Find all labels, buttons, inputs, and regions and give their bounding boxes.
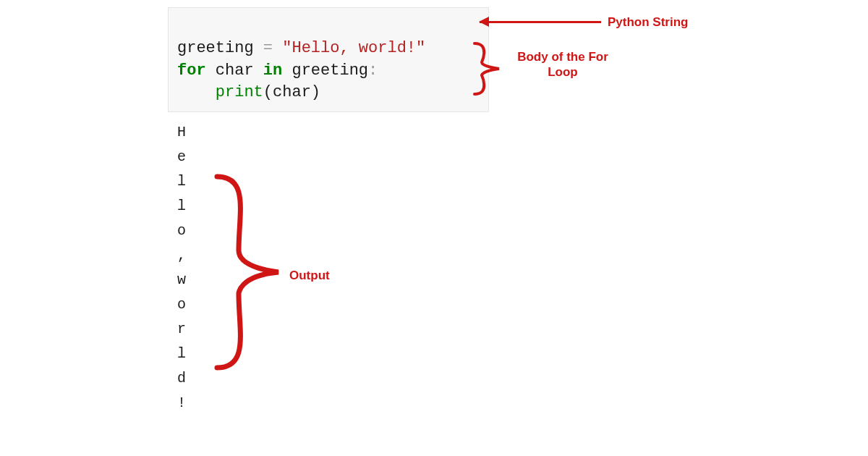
output-char: r — [177, 317, 186, 342]
code-space — [206, 62, 216, 80]
output-char: l — [177, 194, 186, 219]
output-char: e — [177, 145, 186, 169]
code-token-func: print — [216, 83, 263, 101]
code-indent — [177, 83, 216, 101]
code-space — [273, 39, 282, 57]
output-char: l — [177, 169, 186, 194]
code-token-paren: ( — [263, 83, 273, 101]
code-space — [254, 62, 263, 80]
output-char: ! — [177, 391, 186, 415]
output-char: d — [177, 366, 186, 391]
annotation-output: Output — [289, 268, 330, 283]
output-char: l — [177, 342, 186, 366]
code-space — [254, 39, 263, 57]
code-token-keyword: for — [177, 62, 206, 80]
code-token-keyword: in — [263, 62, 282, 80]
code-space — [282, 62, 292, 80]
code-token-arg: char — [273, 83, 311, 101]
code-token-string: "Hello, world!" — [282, 39, 425, 57]
output-char: o — [177, 219, 186, 243]
code-token-var: greeting — [292, 62, 368, 80]
output-char: w — [177, 268, 186, 292]
code-token-op: = — [263, 39, 273, 57]
brace-icon — [470, 41, 503, 97]
code-token-var: char — [216, 62, 254, 80]
arrow-icon — [480, 21, 601, 23]
annotation-python-string: Python String — [608, 14, 688, 30]
code-block: greeting = "Hello, world!" for char in g… — [168, 7, 489, 112]
code-token-paren: ) — [311, 83, 320, 101]
program-output: H e l l o , w o r l d ! — [177, 120, 186, 415]
output-char: H — [177, 120, 186, 145]
code-token-colon: : — [368, 62, 378, 80]
code-token-var: greeting — [177, 39, 254, 57]
output-char: , — [177, 243, 186, 268]
brace-icon — [210, 171, 282, 373]
annotation-for-loop-body: Body of the For Loop — [509, 49, 617, 80]
output-char: o — [177, 292, 186, 317]
